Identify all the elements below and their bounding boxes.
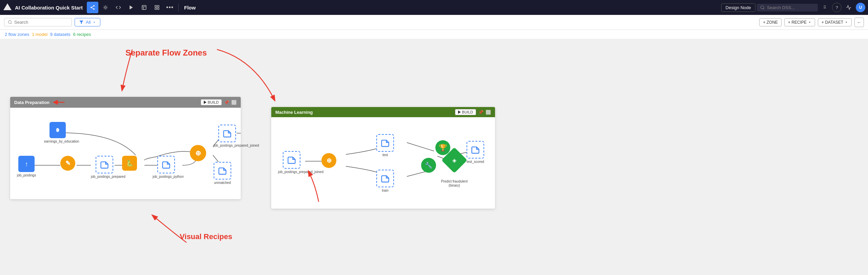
expand-icon-ml[interactable]: ⬜ <box>486 110 491 115</box>
analytics-icon-btn[interactable] <box>843 2 854 13</box>
pin-icon-ml[interactable]: 📌 <box>478 110 484 115</box>
svg-text:↑: ↑ <box>56 128 58 132</box>
node-split-recipe[interactable]: ⊕ <box>321 153 336 168</box>
filter-icon <box>79 20 84 25</box>
code-icon-btn[interactable] <box>113 2 124 13</box>
add-recipe-btn[interactable]: + RECIPE <box>784 18 815 26</box>
recipes-count: 6 <box>73 32 75 37</box>
zones-link[interactable]: 2 flow zones <box>5 32 31 37</box>
node-test[interactable]: test <box>376 134 394 157</box>
svg-point-3 <box>93 8 95 10</box>
search-wrap[interactable] <box>4 18 72 26</box>
share-icon-btn[interactable] <box>87 2 98 13</box>
svg-line-18 <box>11 23 12 24</box>
expand-icon-dp[interactable]: ⬜ <box>231 100 237 105</box>
svg-rect-12 <box>157 5 159 7</box>
node-visual-recipe-1[interactable]: ✎ <box>60 156 75 172</box>
data-prep-header: Data Preparation BUILD 📌 ⬜ <box>10 97 241 108</box>
job-postings-icon: ↑ <box>18 156 35 172</box>
node-label-earnings: earnings_by_education <box>44 140 71 144</box>
ml-build-btn[interactable]: BUILD <box>455 109 476 115</box>
node-trophy[interactable]: 🏆 <box>435 140 450 155</box>
svg-point-2 <box>91 7 92 8</box>
model-count: 1 <box>32 32 34 37</box>
earnings-icon: ↑ <box>50 122 66 138</box>
app-logo[interactable] <box>3 3 12 12</box>
recipes-link[interactable]: 6 recipes <box>73 32 91 37</box>
node-label-predict-fraudulent: Predict fraudulent (binary) <box>441 179 468 188</box>
node-test-scored[interactable]: test_scored <box>467 141 484 164</box>
recipes-label: recipes <box>77 32 91 37</box>
nav-separator <box>178 3 179 12</box>
svg-point-15 <box>761 6 764 9</box>
ml-header: Machine Learning BUILD 📌 ⬜ <box>271 107 495 117</box>
node-job-postings-prepared-joined[interactable]: job_postings_prepared_joined <box>214 125 241 148</box>
toolbar-search-icon <box>8 20 12 24</box>
node-unmatched[interactable]: unmatched <box>214 162 231 185</box>
annotation-separate-flow-zones: Separate Flow Zones <box>125 48 207 58</box>
user-avatar[interactable]: U <box>856 3 865 12</box>
toolbar: All + ZONE + RECIPE + DATASET ← <box>0 15 868 30</box>
node-job-postings-python[interactable]: job_postings_python <box>153 156 180 179</box>
recipe-dropdown-icon <box>808 21 811 24</box>
test-icon <box>376 134 394 152</box>
top-nav: AI Collaboration Quick Start ••• Flow De… <box>0 0 868 15</box>
svg-rect-14 <box>157 8 159 9</box>
ml-body: job_postings_prepared_joined ⊕ test <box>271 117 495 209</box>
grid-icon-btn[interactable] <box>151 2 163 13</box>
node-earnings-by-education[interactable]: ↑ earnings_by_education <box>44 122 71 144</box>
node-label-jp-joined-ml: job_postings_prepared_joined <box>278 170 305 174</box>
play-icon-btn[interactable] <box>125 2 137 13</box>
svg-line-4 <box>92 8 94 9</box>
node-jp-prepared-joined-ml[interactable]: job_postings_prepared_joined <box>278 151 305 174</box>
model-link[interactable]: 1 model <box>32 32 49 37</box>
node-job-postings[interactable]: ↑ job_postings <box>17 156 36 177</box>
data-prep-zone: Data Preparation BUILD 📌 ⬜ <box>10 97 241 199</box>
build-label-ml: BUILD <box>462 110 473 114</box>
node-label-test: test <box>382 153 388 157</box>
jp-joined-ml-icon <box>283 151 300 169</box>
svg-marker-27 <box>458 110 461 114</box>
flow-search-input[interactable] <box>14 20 65 25</box>
svg-marker-21 <box>809 22 811 23</box>
pin-icon-dp[interactable]: 📌 <box>224 100 229 105</box>
settings-icon-btn[interactable] <box>100 2 111 13</box>
node-train[interactable]: train <box>376 170 394 193</box>
file-icon-btn[interactable] <box>138 2 150 13</box>
search-icon <box>760 5 765 10</box>
svg-point-17 <box>8 21 12 24</box>
join-recipe-icon: ⊕ <box>190 145 206 161</box>
datasets-link[interactable]: 9 datasets <box>50 32 72 37</box>
node-label-train: train <box>382 189 388 193</box>
help-btn[interactable]: ? <box>832 3 842 12</box>
node-predict-recipe[interactable]: 🔧 <box>421 158 436 174</box>
svg-rect-8 <box>142 5 146 9</box>
global-search-box[interactable] <box>757 4 818 12</box>
data-prep-build-btn[interactable]: BUILD <box>201 99 222 105</box>
flow-canvas: Separate Flow Zones Code Recipe Visual R… <box>0 39 868 275</box>
add-zone-btn[interactable]: + ZONE <box>759 18 782 26</box>
split-recipe-icon: ⊕ <box>321 153 336 168</box>
data-prep-title: Data Preparation <box>14 100 50 105</box>
filter-dropdown-icon <box>93 21 96 24</box>
app-title: AI Collaboration Quick Start <box>15 5 83 10</box>
unmatched-icon <box>214 162 231 179</box>
node-python-recipe[interactable]: 🐍 <box>122 156 137 172</box>
collapse-panel-btn[interactable]: ← <box>854 18 864 27</box>
predict-recipe-icon: 🔧 <box>421 158 436 173</box>
svg-line-5 <box>92 6 94 7</box>
data-prep-body: ↑ earnings_by_education ↑ job_postings ✎ <box>10 108 241 199</box>
node-join-recipe[interactable]: ⊕ <box>190 145 206 163</box>
filter-btn[interactable]: All <box>75 18 100 26</box>
add-dataset-btn[interactable]: + DATASET <box>818 18 852 26</box>
node-predict-fraudulent[interactable]: ◈ Predict fraudulent (binary) <box>441 151 468 188</box>
design-node-btn[interactable]: Design Node <box>721 3 755 12</box>
svg-point-6 <box>104 6 106 8</box>
node-job-postings-prepared[interactable]: job_postings_prepared <box>91 156 118 179</box>
zones-count: 2 <box>5 32 7 37</box>
more-icon-btn[interactable]: ••• <box>164 2 176 13</box>
data-prep-actions: BUILD 📌 ⬜ <box>201 99 237 105</box>
global-search-input[interactable] <box>767 5 808 10</box>
datasets-count: 9 <box>50 32 53 37</box>
apps-grid-icon-btn[interactable]: ⠿ <box>819 2 831 13</box>
